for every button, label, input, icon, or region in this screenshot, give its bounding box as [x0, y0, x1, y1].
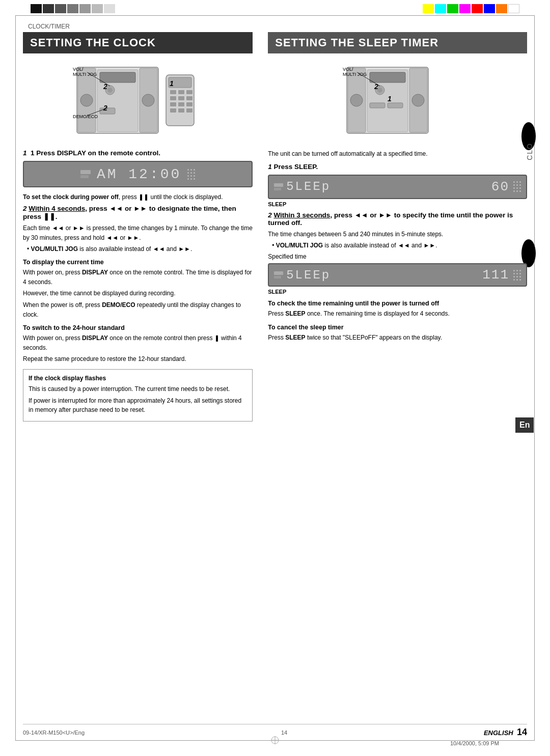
color-patch [79, 4, 91, 13]
footer-english-label: ENGLISH [484, 729, 513, 737]
specified-time-label: Specified time [268, 253, 527, 260]
color-patch [435, 4, 446, 13]
svg-rect-9 [100, 108, 115, 114]
footer-right: ENGLISH 14 [484, 727, 527, 738]
clock-device-svg: 2 2 [72, 60, 204, 138]
sleep-display2-right-num: 111 [482, 267, 509, 283]
clock-display: AM 12:00 [23, 161, 253, 187]
color-patch [508, 4, 519, 13]
subsec2-title: To switch to the 24-hour standard [23, 324, 253, 331]
sleep-display-right-num: 60 [491, 179, 509, 194]
svg-rect-25 [186, 108, 193, 113]
sleep-label-2: SLEEP [268, 289, 527, 295]
svg-rect-14 [170, 90, 176, 94]
note1-bold: To set the clock during power off [23, 193, 119, 201]
svg-text:2: 2 [103, 82, 107, 91]
svg-rect-23 [170, 108, 176, 113]
two-column-layout: SETTING THE CLOCK [23, 32, 527, 422]
color-patch [104, 4, 115, 13]
svg-rect-42 [388, 103, 403, 108]
step2-heading: 2 Within 4 seconds, press ◄◄ or ►► to de… [23, 205, 253, 220]
sleep-label-1: SLEEP [268, 201, 527, 207]
svg-rect-15 [178, 90, 184, 94]
sleep-step1-text: Press SLEEP. [273, 163, 318, 171]
footer-page-number: 14 [517, 727, 527, 737]
sleep-device-svg: 2 1 VOL/ MULTI JOG [342, 60, 454, 138]
color-patch [459, 4, 471, 13]
step1-heading: 1 1 Press DISPLAY on the remote control. [23, 149, 253, 157]
svg-point-34 [350, 94, 363, 106]
svg-text:2: 2 [103, 104, 107, 112]
clock-section-title: SETTING THE CLOCK [23, 32, 253, 53]
step2-bullet1: VOL/MULTI JOG is also available instead … [27, 244, 253, 254]
svg-rect-19 [186, 96, 193, 100]
color-patch [447, 4, 458, 13]
sleep-subsec1-title: To check the time remaining until the po… [268, 300, 527, 307]
svg-text:DEMO/ECO: DEMO/ECO [73, 114, 98, 119]
info-box: If the clock display flashes This is cau… [23, 369, 253, 422]
main-content: CLOCK/TIMER SETTING THE CLOCK [23, 23, 527, 733]
subsec1-body1: With power on, press DISPLAY once on the… [23, 268, 253, 287]
subsec2-body1: With power on, press DISPLAY once on the… [23, 333, 253, 352]
sleep-section: SETTING THE SLEEP TIMER [268, 32, 527, 422]
step1-num: 1 [23, 149, 27, 157]
svg-rect-24 [178, 108, 184, 113]
color-patch [472, 4, 483, 13]
svg-rect-20 [170, 102, 176, 106]
color-patch [92, 4, 103, 13]
bottom-crosshair [270, 735, 280, 747]
step2-body1: Each time ◄◄ or ►► is pressed, the time … [23, 223, 253, 242]
bottom-right-date: 10/4/2000, 5:09 PM [450, 739, 499, 747]
svg-rect-41 [370, 103, 385, 108]
sleep-bullet1: VOL/MULTI JOG is also available instead … [272, 241, 527, 250]
svg-text:MULTI JOG: MULTI JOG [343, 72, 367, 77]
svg-text:1: 1 [388, 95, 392, 103]
color-patch [43, 4, 54, 13]
svg-point-36 [412, 94, 424, 106]
color-patch [55, 4, 66, 13]
color-patch [31, 4, 42, 13]
info-box-title: If the clock display flashes [29, 374, 247, 383]
svg-rect-6 [100, 72, 135, 82]
footer-center: 14 [281, 730, 287, 736]
sleep-step2-body1: The time changes between 5 and 240 minut… [268, 230, 527, 239]
svg-point-4 [142, 94, 154, 106]
subsec1-body2: However, the time cannot be displayed du… [23, 289, 253, 298]
sleep-display-left-text: 5LEEp [286, 180, 331, 193]
sleep-dot-grid-2 [513, 270, 521, 281]
svg-text:1: 1 [170, 79, 174, 88]
subsec2-body2: Repeat the same procedure to restore the… [23, 354, 253, 364]
step1-text: 1 Press DISPLAY on the remote control. [31, 149, 160, 157]
sleep-subsec2-body1: Press SLEEP twice so that "SLEEPoFF" app… [268, 333, 527, 343]
sleep-dot-grid-1 [513, 181, 521, 192]
sleep-display2-left-text: 5LEEp [286, 268, 331, 282]
color-bar-left [31, 4, 115, 13]
color-patch [496, 4, 507, 13]
svg-rect-16 [186, 90, 193, 94]
subsec1-body3: When the power is off, press DEMO/ECO re… [23, 300, 253, 319]
svg-point-2 [80, 94, 93, 106]
color-patch [423, 4, 434, 13]
clock-device-diagram: 2 2 [23, 60, 253, 141]
color-patch [484, 4, 495, 13]
sleep-section-title: SETTING THE SLEEP TIMER [268, 32, 527, 53]
display-dot-grid [187, 169, 195, 180]
sleep-display-1: 5LEEp 60 [268, 175, 527, 199]
svg-text:VOL/: VOL/ [73, 67, 84, 72]
info-box-body1: This is caused by a power interruption. … [29, 384, 247, 394]
svg-rect-17 [170, 96, 176, 100]
sleep-subsec1-body1: Press SLEEP once. The remaining time is … [268, 309, 527, 319]
svg-rect-38 [370, 72, 405, 82]
sleep-device-diagram: 2 1 VOL/ MULTI JOG [268, 60, 527, 141]
page-header-label: CLOCK/TIMER [28, 23, 527, 30]
svg-point-8 [107, 88, 113, 93]
svg-rect-18 [178, 96, 184, 100]
sleep-display-2: 5LEEp 111 [268, 263, 527, 287]
svg-text:MULTI JOG: MULTI JOG [73, 72, 97, 77]
clock-display-text: AM 12:00 [97, 166, 181, 182]
clock-section: SETTING THE CLOCK [23, 32, 253, 422]
sleep-step2-heading: 2 Within 3 seconds, press ◄◄ or ►► to sp… [268, 211, 527, 227]
color-patch [67, 4, 78, 13]
footer-left: 09-14/XR-M150<U>/Eng [23, 730, 85, 736]
color-bar-right [423, 4, 519, 13]
